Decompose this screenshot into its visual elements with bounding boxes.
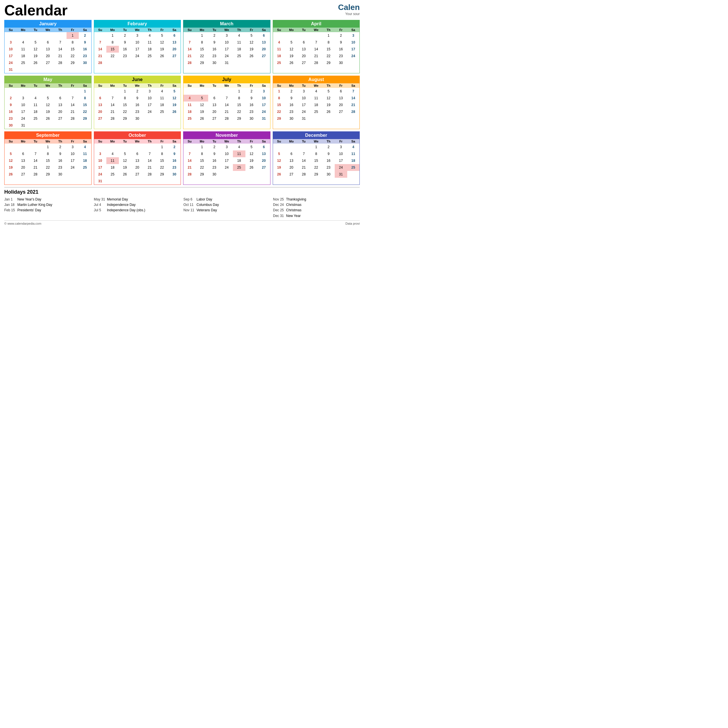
day-cell: 29 xyxy=(119,115,132,122)
day-cell: 20 xyxy=(258,157,270,164)
day-cell: 14 xyxy=(184,157,196,164)
holidays-title: Holidays 2021 xyxy=(4,189,360,195)
day-cell: 23 xyxy=(285,109,298,115)
day-cell: 30 xyxy=(168,171,181,178)
day-cell: 2 xyxy=(335,32,347,39)
day-cell: 18 xyxy=(347,157,360,164)
day-cell: 7 xyxy=(184,150,196,157)
day-cell: 19 xyxy=(168,101,181,109)
days-grid-nov: 1234567891011121314151617181920212223242… xyxy=(184,144,270,178)
day-cell: 23 xyxy=(335,53,347,60)
day-cell: 11 xyxy=(156,95,168,101)
day-cell: 19 xyxy=(119,164,132,171)
days-grid-apr: 1234567891011121314151617181920212223242… xyxy=(273,32,360,66)
day-cell: 2 xyxy=(323,144,335,150)
page: Calendar Calen Your sour JanuarySuMoTuWe… xyxy=(0,0,364,228)
day-cell: 9 xyxy=(5,101,17,109)
day-cell: 29 xyxy=(233,115,245,122)
day-cell: 18 xyxy=(106,164,119,171)
day-cell: 5 xyxy=(285,39,298,46)
holiday-item: Sep 6Labor Day xyxy=(184,197,270,202)
day-cell: 31 xyxy=(335,171,347,178)
day-cell: 2 xyxy=(208,144,221,150)
day-cell: 7 xyxy=(29,150,42,157)
day-cell: 20 xyxy=(54,109,67,115)
day-cell: 22 xyxy=(273,109,286,115)
day-cell: 6 xyxy=(94,95,107,101)
day-cell: 17 xyxy=(131,46,144,53)
day-cell: 10 xyxy=(221,150,233,157)
day-cell: 5 xyxy=(323,88,335,95)
day-cell: 7 xyxy=(54,39,67,46)
day-cell: 2 xyxy=(208,32,221,39)
day-cell: 25 xyxy=(79,164,91,171)
day-cell: 5 xyxy=(156,32,168,39)
day-cell: 20 xyxy=(17,164,29,171)
day-cell: 23 xyxy=(54,164,67,171)
day-cell: 26 xyxy=(323,109,335,115)
day-cell: 16 xyxy=(335,46,347,53)
day-cell: 9 xyxy=(285,95,298,101)
day-cell: 7 xyxy=(67,95,79,101)
day-cell: 14 xyxy=(184,46,196,53)
day-cell: 12 xyxy=(119,157,132,164)
day-cell: 30 xyxy=(5,122,17,129)
day-cell: 4 xyxy=(106,150,119,157)
day-cell: 5 xyxy=(119,150,132,157)
day-cell: 29 xyxy=(42,171,54,178)
day-cell: 8 xyxy=(273,95,286,101)
holiday-item: Jul 4Independence Day xyxy=(94,202,180,208)
day-cell: 25 xyxy=(347,164,360,171)
month-oct: OctoberSuMoTuWeThFrSa1234567891011121314… xyxy=(94,132,181,185)
day-cell: 9 xyxy=(79,39,91,46)
day-cell: 17 xyxy=(67,157,79,164)
day-cell: 17 xyxy=(221,157,233,164)
day-cell: 16 xyxy=(131,101,144,109)
day-cell: 16 xyxy=(208,46,221,53)
day-cell: 25 xyxy=(273,60,286,66)
day-cell: 23 xyxy=(245,109,258,115)
day-cell: 12 xyxy=(5,157,17,164)
day-cell: 19 xyxy=(273,164,286,171)
day-cell: 16 xyxy=(208,157,221,164)
day-cell: 10 xyxy=(221,39,233,46)
month-header-jul: July xyxy=(184,76,270,83)
day-cell: 26 xyxy=(119,171,132,178)
day-cell: 9 xyxy=(131,95,144,101)
day-cell: 26 xyxy=(245,53,258,60)
day-cell: 3 xyxy=(94,150,107,157)
day-cell: 19 xyxy=(156,46,168,53)
month-nov: NovemberSuMoTuWeThFrSa123456789101112131… xyxy=(183,132,271,185)
day-cell: 30 xyxy=(131,115,144,122)
day-cell: 30 xyxy=(208,171,221,178)
day-cell: 13 xyxy=(168,39,181,46)
day-cell: 12 xyxy=(323,95,335,101)
month-header-mar: March xyxy=(184,20,270,28)
day-cell: 24 xyxy=(67,164,79,171)
calendars-grid: JanuarySuMoTuWeThFrSa1234567891011121314… xyxy=(4,20,360,185)
holiday-item: Dec 25Christmas xyxy=(273,208,360,213)
day-cell: 8 xyxy=(323,39,335,46)
day-cell: 12 xyxy=(29,46,42,53)
day-cell: 15 xyxy=(79,101,91,109)
day-cell: 14 xyxy=(106,101,119,109)
day-cell: 8 xyxy=(119,95,132,101)
day-cell: 23 xyxy=(168,164,181,171)
day-cell: 28 xyxy=(347,109,360,115)
day-cell: 2 xyxy=(79,32,91,39)
holiday-item: Jan 1New Year's Day xyxy=(4,197,91,202)
day-cell: 19 xyxy=(5,164,17,171)
day-cell: 22 xyxy=(106,53,119,60)
day-cell: 22 xyxy=(67,53,79,60)
day-cell: 6 xyxy=(54,95,67,101)
day-cell: 29 xyxy=(323,60,335,66)
day-cell: 25 xyxy=(156,109,168,115)
day-cell: 10 xyxy=(347,39,360,46)
day-cell: 1 xyxy=(273,88,286,95)
days-header-sep: SuMoTuWeThFrSa xyxy=(5,139,91,144)
footer-website: www.calendarpedia.com xyxy=(8,222,41,225)
day-cell: 28 xyxy=(184,60,196,66)
day-cell: 22 xyxy=(196,53,208,60)
day-cell: 8 xyxy=(310,150,323,157)
days-header-jan: SuMoTuWeThFrSa xyxy=(5,28,91,32)
